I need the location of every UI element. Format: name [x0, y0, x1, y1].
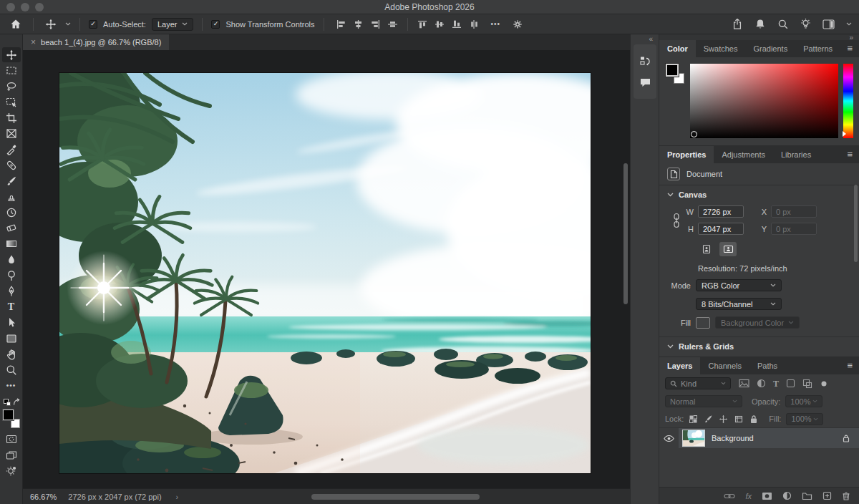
properties-panel-menu-icon[interactable]: ≡	[847, 149, 853, 160]
portrait-orientation-button[interactable]	[698, 242, 715, 256]
color-panel-menu-icon[interactable]: ≡	[847, 43, 853, 54]
bit-depth-dropdown[interactable]: 8 Bits/Channel	[696, 298, 782, 310]
layer-row-background[interactable]: Background	[659, 428, 859, 448]
history-brush-tool[interactable]	[2, 205, 21, 220]
auto-select-checkbox[interactable]: ✓	[89, 20, 97, 29]
rectangular-marquee-tool[interactable]	[2, 63, 21, 78]
brush-tool[interactable]	[2, 173, 21, 188]
close-window-button[interactable]	[6, 3, 15, 11]
link-dimensions-icon[interactable]	[667, 205, 686, 235]
new-group-folder-icon[interactable]	[802, 492, 812, 500]
hue-slider[interactable]	[843, 64, 853, 138]
add-layer-mask-icon[interactable]	[762, 492, 772, 500]
delete-layer-trash-icon[interactable]	[842, 491, 850, 500]
align-left-edges-icon[interactable]	[336, 19, 346, 29]
tab-properties[interactable]: Properties	[659, 146, 714, 163]
kind-filter-dropdown[interactable]: Kind	[665, 377, 731, 389]
document-tab[interactable]: × beach 1_(4).jpg @ 66.7% (RGB/8)	[23, 34, 169, 50]
filter-pixel-layers-icon[interactable]	[739, 379, 749, 388]
hue-slider-marker[interactable]	[843, 131, 846, 137]
zoom-window-button[interactable]	[35, 3, 44, 11]
lock-position-icon[interactable]	[719, 415, 728, 424]
color-field-marker[interactable]	[691, 131, 697, 137]
rectangle-shape-tool[interactable]	[2, 331, 21, 346]
new-adjustment-layer-icon[interactable]	[782, 491, 792, 500]
close-tab-icon[interactable]: ×	[31, 37, 36, 47]
home-button[interactable]	[7, 16, 24, 32]
move-tool[interactable]	[2, 47, 21, 62]
move-tool-preset[interactable]	[42, 16, 59, 32]
tab-patterns[interactable]: Patterns	[795, 40, 840, 57]
selected-layer-area[interactable]: Background	[679, 428, 859, 448]
search-icon[interactable]	[777, 19, 789, 30]
swap-colors-icon[interactable]	[12, 398, 21, 407]
tab-adjustments[interactable]: Adjustments	[714, 146, 773, 163]
auto-select-target-dropdown[interactable]: Layer	[152, 18, 194, 31]
eraser-tool[interactable]	[2, 220, 21, 236]
layer-thumbnail[interactable]	[682, 430, 705, 447]
blur-tool[interactable]	[2, 252, 21, 267]
tab-libraries[interactable]: Libraries	[773, 146, 819, 163]
workspace-switcher-icon[interactable]	[822, 19, 835, 29]
lock-all-icon[interactable]	[749, 415, 758, 424]
chevron-down-icon[interactable]	[65, 22, 71, 26]
layer-locked-icon[interactable]	[842, 434, 850, 443]
saturation-brightness-field[interactable]	[690, 64, 838, 138]
canvas-vertical-scrollbar[interactable]	[623, 163, 628, 304]
filter-adjustment-layers-icon[interactable]	[757, 379, 766, 388]
edit-toolbar-button[interactable]: •••	[2, 378, 21, 393]
panel-foreground-swatch[interactable]	[666, 64, 679, 77]
distribute-vertical-icon[interactable]	[469, 19, 480, 29]
landscape-orientation-button[interactable]	[719, 242, 737, 256]
lock-artboard-icon[interactable]	[734, 415, 744, 424]
tool-settings-gear-icon[interactable]	[509, 16, 526, 32]
type-tool[interactable]: T	[2, 299, 21, 314]
tab-gradients[interactable]: Gradients	[745, 40, 795, 57]
properties-scrollbar[interactable]	[854, 185, 858, 262]
color-mode-dropdown[interactable]: RGB Color	[696, 279, 782, 291]
link-layers-icon[interactable]	[724, 493, 735, 500]
canvas-pasteboard[interactable]	[23, 50, 630, 488]
lasso-tool[interactable]	[2, 79, 21, 94]
more-align-options-button[interactable]: •••	[488, 16, 504, 32]
canvas-horizontal-scrollbar[interactable]	[311, 494, 480, 500]
discover-lightbulb-icon[interactable]	[800, 18, 811, 30]
zoom-level[interactable]: 66.67%	[30, 493, 57, 501]
filter-toggle-icon[interactable]	[821, 381, 827, 387]
align-top-edges-icon[interactable]	[417, 19, 428, 29]
layers-panel-menu-icon[interactable]: ≡	[847, 360, 853, 371]
align-right-edges-icon[interactable]	[370, 19, 381, 29]
chevron-down-icon[interactable]	[846, 22, 852, 26]
history-panel-icon[interactable]	[639, 55, 651, 67]
tab-channels[interactable]: Channels	[700, 357, 749, 374]
filter-smart-objects-icon[interactable]	[802, 379, 812, 389]
show-transform-checkbox[interactable]: ✓	[211, 20, 220, 29]
fill-color-swatch[interactable]	[696, 317, 710, 329]
tab-swatches[interactable]: Swatches	[696, 40, 746, 57]
layer-visibility-eye-icon[interactable]	[659, 435, 679, 442]
frame-tool[interactable]	[2, 126, 21, 141]
clone-stamp-tool[interactable]	[2, 189, 21, 204]
width-input[interactable]: 2726 px	[698, 205, 744, 218]
minimize-window-button[interactable]	[21, 3, 29, 11]
quick-mask-mode-button[interactable]	[2, 432, 21, 447]
hand-tool[interactable]	[2, 346, 21, 362]
gradient-tool[interactable]	[2, 236, 21, 251]
zoom-tool[interactable]	[2, 362, 21, 377]
new-layer-icon[interactable]	[822, 491, 832, 500]
lock-transparency-icon[interactable]	[689, 415, 698, 424]
layer-effects-button[interactable]: fx	[745, 492, 752, 500]
status-options-chevron[interactable]: ›	[176, 493, 179, 501]
lock-image-pixels-icon[interactable]	[704, 415, 713, 424]
pen-tool[interactable]	[2, 284, 21, 299]
crop-tool[interactable]	[2, 110, 21, 125]
beach-photo-canvas[interactable]	[59, 73, 591, 473]
comments-panel-icon[interactable]	[639, 77, 651, 88]
object-selection-tool[interactable]	[2, 94, 21, 110]
expand-panels-left-icon[interactable]: «	[649, 35, 653, 43]
tab-layers[interactable]: Layers	[659, 357, 700, 374]
path-selection-tool[interactable]	[2, 315, 21, 330]
align-bottom-edges-icon[interactable]	[452, 19, 462, 29]
eyedropper-tool[interactable]	[2, 142, 21, 157]
notifications-bell-icon[interactable]	[754, 19, 766, 30]
